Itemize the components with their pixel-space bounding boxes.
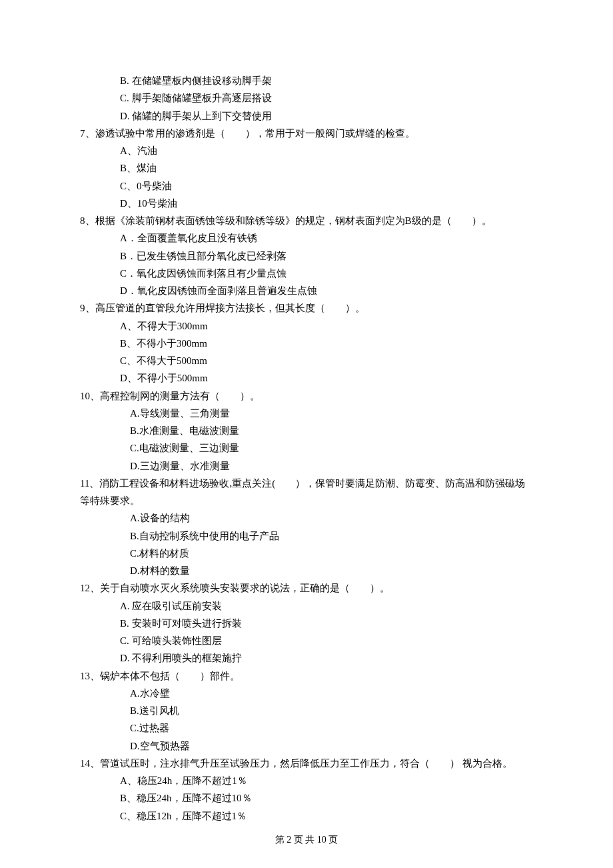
option-line: C.材料的材质 bbox=[80, 545, 533, 562]
option-line: B、稳压24h，压降不超过10％ bbox=[80, 789, 533, 807]
question-stem: 10、高程控制网的测量方法有（ ）。 bbox=[80, 387, 533, 405]
question-stem: 14、管道试压时，注水排气升压至试验压力，然后降低压力至工作压力，符合（ ） 视… bbox=[80, 755, 533, 772]
option-line: B. 安装时可对喷头进行拆装 bbox=[80, 615, 533, 632]
document-page: B. 在储罐壁板内侧挂设移动脚手架C. 脚手架随储罐壁板升高逐层搭设D. 储罐的… bbox=[0, 0, 613, 868]
page-body: B. 在储罐壁板内侧挂设移动脚手架C. 脚手架随储罐壁板升高逐层搭设D. 储罐的… bbox=[80, 72, 533, 825]
option-line: B．已发生锈蚀且部分氧化皮已经剥落 bbox=[80, 247, 533, 265]
option-line: A.设备的结构 bbox=[80, 509, 533, 527]
question-stem: 13、锅炉本体不包括（ ）部件。 bbox=[80, 667, 533, 685]
option-line: A、稳压24h，压降不超过1％ bbox=[80, 772, 533, 789]
option-line: D.空气预热器 bbox=[80, 737, 533, 755]
option-line: B.水准测量、电磁波测量 bbox=[80, 422, 533, 439]
page-footer: 第 2 页 共 10 页 bbox=[0, 832, 613, 849]
option-line: C、0号柴油 bbox=[80, 177, 533, 195]
option-line: D.三边测量、水准测量 bbox=[80, 457, 533, 475]
option-line: D. 储罐的脚手架从上到下交替使用 bbox=[80, 107, 533, 125]
option-line: B、煤油 bbox=[80, 159, 533, 177]
option-line: C. 可给喷头装饰性图层 bbox=[80, 632, 533, 649]
option-line: B.自动控制系统中使用的电子产品 bbox=[80, 527, 533, 545]
page-number: 第 2 页 共 10 页 bbox=[275, 835, 338, 845]
option-line: B、不得小于300mm bbox=[80, 335, 533, 352]
option-line: A、不得大于300mm bbox=[80, 317, 533, 335]
option-line: C、稳压12h，压降不超过1％ bbox=[80, 807, 533, 825]
option-line: C、不得大于500mm bbox=[80, 352, 533, 369]
option-line: A. 应在吸引试压前安装 bbox=[80, 597, 533, 615]
option-line: A、汽油 bbox=[80, 142, 533, 159]
question-stem: 11、消防工程设备和材料进场验收,重点关注( ），保管时要满足防潮、防霉变、防高… bbox=[80, 475, 533, 510]
option-line: A.水冷壁 bbox=[80, 685, 533, 702]
option-line: C.过热器 bbox=[80, 719, 533, 737]
question-stem: 8、根据《涂装前钢材表面锈蚀等级和除锈等级》的规定，钢材表面判定为B级的是（ ）… bbox=[80, 212, 533, 229]
option-line: D. 不得利用喷头的框架施拧 bbox=[80, 649, 533, 667]
option-line: D．氧化皮因锈蚀而全面剥落且普遍发生点蚀 bbox=[80, 282, 533, 299]
option-line: D、不得小于500mm bbox=[80, 369, 533, 387]
question-stem: 9、高压管道的直管段允许用焊接方法接长，但其长度（ ）。 bbox=[80, 299, 533, 317]
question-stem: 7、渗透试验中常用的渗透剂是（ ），常用于对一般阀门或焊缝的检查。 bbox=[80, 125, 533, 142]
option-line: B.送引风机 bbox=[80, 702, 533, 719]
option-line: B. 在储罐壁板内侧挂设移动脚手架 bbox=[80, 72, 533, 89]
option-line: A．全面覆盖氧化皮且没有铁锈 bbox=[80, 229, 533, 247]
option-line: D.材料的数量 bbox=[80, 562, 533, 579]
option-line: C. 脚手架随储罐壁板升高逐层搭设 bbox=[80, 89, 533, 107]
option-line: C.电磁波测量、三边测量 bbox=[80, 439, 533, 457]
option-line: D、10号柴油 bbox=[80, 195, 533, 212]
option-line: A.导线测量、三角测量 bbox=[80, 405, 533, 422]
option-line: C．氧化皮因锈蚀而剥落且有少量点蚀 bbox=[80, 265, 533, 282]
question-stem: 12、关于自动喷水灭火系统喷头安装要求的说法，正确的是（ ）。 bbox=[80, 579, 533, 597]
